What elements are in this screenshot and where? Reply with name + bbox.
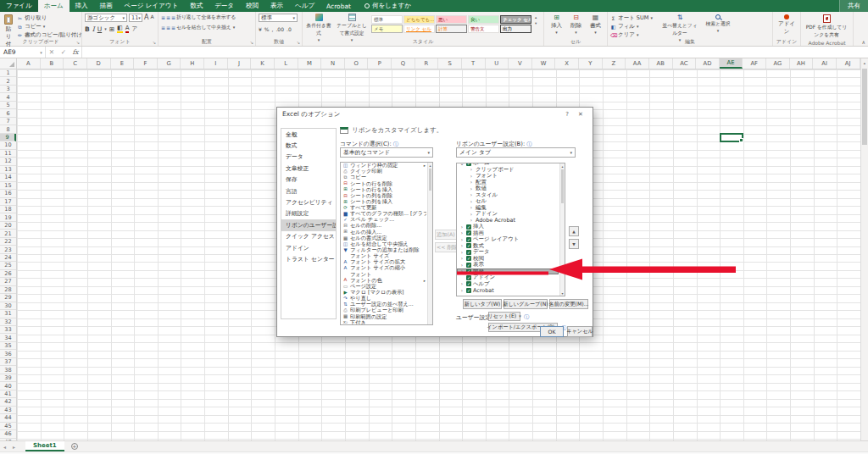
rename-button[interactable]: 名前の変更(M)...: [549, 299, 588, 309]
row-header[interactable]: 20: [0, 222, 16, 230]
command-item[interactable]: ⎙ 印刷プレビューと印刷: [341, 307, 426, 313]
row-header[interactable]: 7: [0, 118, 16, 125]
row-header[interactable]: 33: [0, 326, 16, 334]
share-button[interactable]: 共有: [839, 0, 868, 12]
command-item[interactable]: A フォント サイズの縮小: [341, 265, 426, 271]
number-format-icon[interactable]: .0: [287, 26, 292, 32]
column-header[interactable]: P: [368, 58, 392, 69]
font-size-combo[interactable]: 11▾: [129, 14, 142, 22]
row-header[interactable]: 36: [0, 350, 16, 357]
column-header[interactable]: AG: [766, 58, 790, 69]
cell-style-chip[interactable]: 出力: [500, 25, 531, 33]
checkbox-icon[interactable]: ✓: [466, 230, 471, 235]
row-header[interactable]: 9: [0, 134, 16, 141]
fill-color-button[interactable]: ◧: [117, 25, 123, 33]
row-header[interactable]: 45: [0, 423, 16, 430]
column-header[interactable]: J: [228, 58, 252, 69]
row-header[interactable]: 43: [0, 407, 16, 414]
move-down-icon[interactable]: ▼: [569, 239, 579, 249]
number-format-icon[interactable]: .00: [275, 26, 284, 32]
borders-button[interactable]: ⊞: [109, 26, 114, 33]
font-family-combo[interactable]: 游ゴシック▾: [85, 14, 127, 22]
align-top-icon[interactable]: ≡: [161, 14, 164, 20]
command-item[interactable]: ⊞ シートの列を挿入: [341, 199, 426, 205]
align-center-icon[interactable]: ≡: [166, 25, 170, 30]
column-header[interactable]: C: [64, 58, 87, 69]
move-up-icon[interactable]: ▲: [569, 226, 579, 236]
row-header[interactable]: 22: [0, 238, 16, 246]
chevron-icon[interactable]: ⌄: [459, 163, 465, 166]
select-all-corner[interactable]: [0, 58, 17, 69]
shrink-font-icon[interactable]: A: [150, 14, 153, 22]
row-header[interactable]: 19: [0, 213, 16, 221]
vertical-scrollbar[interactable]: ▴: [860, 58, 868, 440]
cell-style-chip[interactable]: メモ: [371, 25, 403, 33]
command-item[interactable]: ⇅ ユーザー設定の並べ替え...: [341, 302, 426, 307]
column-header[interactable]: B: [41, 58, 64, 69]
chevron-icon[interactable]: ›: [469, 192, 474, 197]
cell-style-chip[interactable]: リンク セル: [403, 25, 435, 33]
checkbox-icon[interactable]: ✓: [466, 224, 471, 230]
column-header[interactable]: AH: [790, 58, 814, 69]
chevron-icon[interactable]: ›: [459, 256, 465, 261]
command-item[interactable]: ▦ 印刷範囲の設定: [341, 314, 426, 320]
row-header[interactable]: 5: [0, 102, 16, 109]
row-header[interactable]: 40: [0, 382, 16, 390]
find-select-button[interactable]: 検索と選択 ▾: [702, 14, 734, 33]
cell-style-chip[interactable]: 計算: [436, 25, 467, 33]
align-bottom-icon[interactable]: ≡: [171, 14, 175, 20]
checkbox-icon[interactable]: ✓: [466, 263, 471, 268]
ribbon-tab[interactable]: Acrobat: [320, 0, 357, 12]
gallery-scroll[interactable]: ▴ ▾: [534, 14, 537, 25]
ribbon-tree-item[interactable]: › ✓ ページ レイアウト: [457, 236, 559, 243]
options-nav-item[interactable]: 詳細設定: [281, 208, 336, 219]
row-header[interactable]: 13: [0, 166, 16, 174]
column-header[interactable]: Y: [579, 58, 603, 69]
chevron-icon[interactable]: ›: [459, 230, 465, 235]
column-header[interactable]: S: [438, 58, 462, 69]
ribbon-tree-item[interactable]: › ✓ Acrobat: [457, 287, 559, 294]
column-header[interactable]: E: [111, 58, 135, 69]
collapse-ribbon-icon[interactable]: ∧: [862, 39, 865, 45]
name-box[interactable]: AE9: [0, 47, 37, 58]
column-header[interactable]: G: [158, 58, 181, 69]
row-header[interactable]: 23: [0, 246, 16, 253]
ribbon-tab[interactable]: 描画: [94, 0, 119, 12]
formula-input[interactable]: [81, 47, 868, 58]
row-header[interactable]: 32: [0, 318, 16, 326]
row-header[interactable]: 27: [0, 278, 16, 285]
ribbon-tree-item[interactable]: › ✓ クリップボード: [457, 167, 559, 174]
column-header[interactable]: V: [509, 58, 532, 69]
new-sheet-icon[interactable]: +: [71, 443, 78, 450]
checkbox-icon[interactable]: ✓: [466, 163, 471, 166]
command-item[interactable]: フォント サイズ: [341, 253, 426, 259]
command-item[interactable]: ✓ スペル チェック...: [341, 217, 426, 223]
options-nav-item[interactable]: トラスト センター: [281, 253, 336, 264]
align-right-icon[interactable]: ≡: [171, 25, 175, 30]
row-header[interactable]: 41: [0, 390, 16, 398]
cell-style-chip[interactable]: チェック セル: [500, 15, 531, 24]
ribbon-tree-item[interactable]: › ✓ 開発: [457, 269, 559, 275]
column-header[interactable]: O: [345, 58, 369, 69]
row-header[interactable]: 25: [0, 262, 16, 269]
dialog-help-icon[interactable]: ?: [560, 111, 574, 118]
column-header[interactable]: W: [532, 58, 556, 69]
command-item[interactable]: ⊞ シートの行を挿入: [341, 187, 426, 193]
ribbon-tab[interactable]: ヘルプ: [289, 0, 320, 12]
ribbon-tab[interactable]: 校閲: [240, 0, 264, 12]
row-header[interactable]: 2: [0, 77, 16, 85]
scrollbar-thumb[interactable]: [429, 169, 431, 191]
command-item[interactable]: ⊟ シートの行を削除: [341, 180, 426, 186]
column-header[interactable]: K: [251, 58, 275, 69]
command-item[interactable]: ⊟ シートの列を削除: [341, 193, 426, 199]
column-header[interactable]: AD: [696, 58, 720, 69]
scroll-down-icon[interactable]: ▾: [560, 291, 565, 296]
chevron-icon[interactable]: ›: [459, 281, 465, 286]
column-header[interactable]: M: [298, 58, 322, 69]
column-header[interactable]: A: [17, 58, 41, 69]
chevron-icon[interactable]: ›: [469, 186, 474, 191]
row-header[interactable]: 15: [0, 182, 16, 190]
chevron-icon[interactable]: ›: [459, 224, 465, 230]
ribbon-tab[interactable]: 数式: [184, 0, 209, 12]
options-nav-item[interactable]: 保存: [281, 174, 336, 185]
